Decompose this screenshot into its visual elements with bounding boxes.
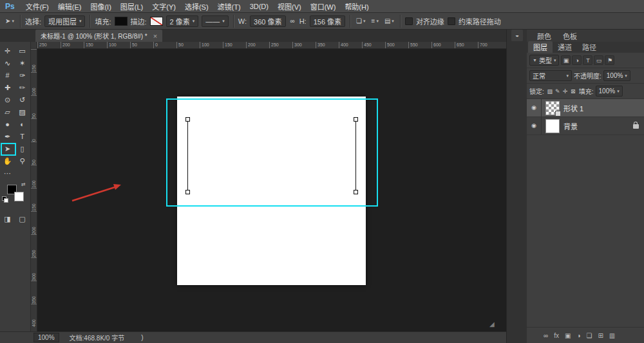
swap-colors-icon[interactable]: ⇄ bbox=[21, 181, 26, 187]
new-group-icon[interactable]: ❏ bbox=[586, 332, 592, 339]
tab-channels[interactable]: 通道 bbox=[553, 41, 577, 53]
close-icon[interactable]: × bbox=[153, 32, 157, 40]
tab-paths[interactable]: 路径 bbox=[577, 41, 601, 53]
healing-brush-tool[interactable]: ✚ bbox=[0, 82, 15, 94]
shape-tool[interactable]: ▯ bbox=[15, 143, 30, 155]
stroke-style-dropdown[interactable]: —— ▾ bbox=[202, 15, 229, 27]
quick-mask-tool[interactable]: ◨ bbox=[0, 213, 15, 225]
layer-effects-icon[interactable]: fx bbox=[554, 332, 559, 339]
layer-thumbnail[interactable] bbox=[545, 119, 560, 133]
lock-all-icon[interactable]: ⊠ bbox=[569, 88, 577, 95]
status-popup-arrow[interactable]: ) bbox=[141, 334, 143, 341]
default-colors-icon[interactable] bbox=[2, 196, 9, 203]
link-wh-icon[interactable]: ∞ bbox=[289, 17, 296, 24]
filter-pixel-icon[interactable]: ▣ bbox=[561, 55, 571, 65]
layer-fill-dropdown[interactable]: 100% ▾ bbox=[596, 86, 623, 97]
caret-down-icon: ▾ bbox=[617, 89, 620, 94]
align-edges-checkbox[interactable] bbox=[405, 17, 413, 25]
path-alignment-dropdown[interactable]: ≡ ▾ bbox=[370, 17, 380, 24]
lock-paint-icon[interactable]: ✎ bbox=[554, 88, 562, 95]
lasso-tool[interactable]: ∿ bbox=[0, 57, 15, 70]
width-field[interactable]: 360 像素 bbox=[250, 15, 285, 27]
anchor-handle[interactable] bbox=[354, 190, 358, 194]
stroke-width-dropdown[interactable]: 2 像素 ▾ bbox=[166, 15, 199, 27]
tab-swatches[interactable]: 色板 bbox=[558, 30, 582, 42]
path-arrangement-dropdown[interactable]: ▤ ▾ bbox=[383, 17, 395, 24]
menu-item[interactable]: 滤镜(T) bbox=[213, 1, 245, 12]
layer-row-shape1[interactable]: ◉ 形状 1 bbox=[527, 99, 644, 117]
menu-item[interactable]: 选择(S) bbox=[180, 1, 213, 12]
lock-move-icon[interactable]: ✛ bbox=[562, 88, 569, 95]
select-mode-dropdown[interactable]: 现用图层 ▾ bbox=[44, 15, 86, 27]
zoom-level-field[interactable]: 100% bbox=[33, 333, 59, 342]
anchor-handle[interactable] bbox=[185, 190, 190, 194]
link-layers-icon[interactable]: ∞ bbox=[544, 332, 548, 339]
dock-panel-icon-2[interactable]: ◒ bbox=[511, 30, 523, 41]
hand-tool[interactable]: ✋ bbox=[0, 155, 15, 167]
current-tool-icon[interactable]: ➤ ▾ bbox=[4, 17, 15, 24]
add-mask-icon[interactable]: ▣ bbox=[565, 332, 571, 339]
menu-item[interactable]: 文字(Y) bbox=[147, 1, 180, 12]
anchor-handle[interactable] bbox=[354, 117, 358, 122]
canvas-area[interactable]: ◢ bbox=[37, 49, 506, 331]
opacity-dropdown[interactable]: 100% ▾ bbox=[603, 70, 630, 81]
brush-tool[interactable]: ✏ bbox=[15, 82, 30, 94]
shape-selection-bounds[interactable] bbox=[166, 98, 378, 207]
filter-type-icon[interactable]: T bbox=[583, 55, 592, 65]
pen-tool[interactable]: ✒ bbox=[0, 131, 15, 143]
anchor-handle[interactable] bbox=[185, 117, 190, 122]
new-layer-icon[interactable]: ⊞ bbox=[598, 332, 603, 339]
stroke-color-swatch[interactable] bbox=[150, 17, 163, 26]
tab-layers[interactable]: 图层 bbox=[528, 41, 553, 53]
quick-select-tool[interactable]: ✶ bbox=[15, 57, 30, 70]
move-tool[interactable]: ✛ bbox=[0, 45, 15, 57]
history-brush-tool[interactable]: ↺ bbox=[15, 94, 30, 106]
lock-transparent-icon[interactable]: ▨ bbox=[546, 88, 554, 95]
dodge-tool[interactable]: ◐ bbox=[15, 118, 30, 131]
filter-shape-icon[interactable]: ▭ bbox=[594, 55, 603, 65]
blur-tool[interactable]: ● bbox=[0, 118, 15, 131]
menu-item[interactable]: 3D(D) bbox=[245, 3, 273, 10]
shape-vertical-line-right[interactable] bbox=[355, 119, 356, 192]
eraser-tool[interactable]: ▱ bbox=[0, 106, 15, 118]
adjustment-layer-icon[interactable]: ◑ bbox=[576, 332, 580, 339]
clone-stamp-tool[interactable]: ⊙ bbox=[0, 94, 15, 106]
path-operations-dropdown[interactable]: ❏ ▾ bbox=[355, 17, 366, 24]
resize-grip-icon[interactable]: ◢ bbox=[489, 320, 495, 328]
filter-smart-icon[interactable]: ⚑ bbox=[605, 55, 614, 65]
background-color-swatch[interactable] bbox=[14, 192, 24, 201]
more-tools[interactable]: ⋯ bbox=[0, 167, 15, 180]
marquee-tool[interactable]: ▭ bbox=[15, 45, 30, 57]
menu-item[interactable]: 编辑(E) bbox=[53, 1, 86, 12]
shape-vertical-line-left[interactable] bbox=[187, 119, 188, 192]
delete-layer-icon[interactable]: ▥ bbox=[609, 332, 615, 339]
screen-mode-tool[interactable]: ▢ bbox=[15, 213, 30, 225]
fill-color-swatch[interactable] bbox=[115, 17, 128, 26]
layer-row-background[interactable]: ◉ 背景 bbox=[527, 117, 644, 135]
crop-tool[interactable]: # bbox=[0, 70, 15, 82]
constrain-path-checkbox[interactable] bbox=[448, 17, 455, 25]
document-tab[interactable]: 未标题-1 @ 100% (形状 1, RGB/8#) * × bbox=[35, 30, 162, 42]
eyedropper-tool[interactable]: ✑ bbox=[15, 70, 30, 82]
type-tool[interactable]: T bbox=[15, 131, 30, 143]
layer-thumbnail[interactable] bbox=[545, 101, 560, 115]
menu-item[interactable]: 文件(F) bbox=[21, 1, 53, 12]
layer-name[interactable]: 背景 bbox=[564, 121, 629, 131]
menu-item[interactable]: 帮助(H) bbox=[340, 1, 373, 12]
visibility-eye-icon[interactable]: ◉ bbox=[527, 117, 542, 134]
menu-item[interactable]: 图层(L) bbox=[116, 1, 147, 12]
visibility-eye-icon[interactable]: ◉ bbox=[527, 99, 542, 116]
menu-item[interactable]: 图像(I) bbox=[86, 1, 115, 12]
layer-name[interactable]: 形状 1 bbox=[564, 103, 644, 113]
tab-color[interactable]: 颜色 bbox=[532, 30, 556, 42]
height-field[interactable]: 156 像素 bbox=[310, 15, 345, 27]
gradient-tool[interactable]: ▨ bbox=[15, 106, 30, 118]
path-operations-icon: ❏ bbox=[356, 17, 362, 24]
zoom-tool[interactable]: ⚲ bbox=[15, 155, 30, 167]
blend-mode-dropdown[interactable]: 正常 ▾ bbox=[529, 70, 572, 81]
menu-item[interactable]: 视图(V) bbox=[273, 1, 306, 12]
ruler-tick: 650 bbox=[455, 42, 478, 48]
menu-item[interactable]: 窗口(W) bbox=[306, 1, 341, 12]
filter-adjustment-icon[interactable]: ◑ bbox=[572, 55, 582, 65]
layer-filter-dropdown[interactable]: ▼ 类型 ▾ bbox=[529, 55, 559, 66]
